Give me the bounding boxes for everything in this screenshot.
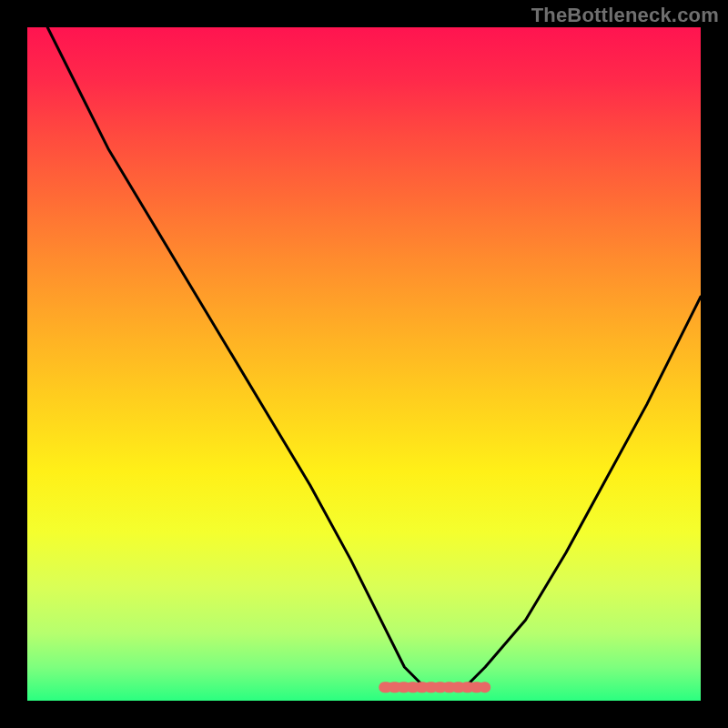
attribution-label: TheBottleneck.com [531, 4, 719, 27]
curve-layer [27, 27, 701, 701]
plot-area [27, 27, 701, 701]
bottleneck-curve [47, 27, 701, 687]
chart-stage: TheBottleneck.com [0, 0, 728, 728]
